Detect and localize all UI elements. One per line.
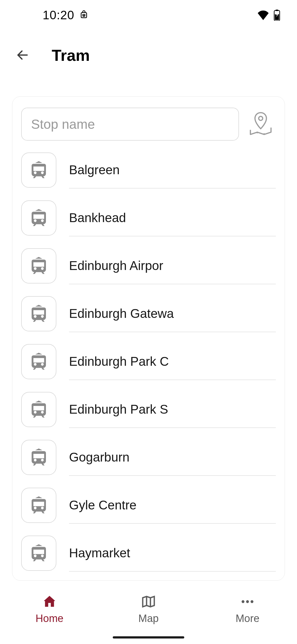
map-icon [141,594,156,610]
tram-icon [21,200,56,236]
stop-name-input[interactable] [31,117,229,132]
stop-item[interactable]: Edinburgh Park S [12,386,285,433]
stops-card: Balgreen Bankhead Edinburgh Airpor [12,96,285,581]
stop-item[interactable]: Gyle Centre [12,481,285,529]
tram-icon [21,392,56,427]
stop-name: Edinburgh Park S [69,402,168,417]
tram-icon [21,488,56,523]
stop-item[interactable]: Edinburgh Park C [12,338,285,386]
nav-more[interactable]: More [198,586,297,644]
search-input-wrap[interactable] [21,108,239,141]
stop-name: Bankhead [69,210,126,225]
tram-icon [21,440,56,475]
nav-label: Home [35,613,63,624]
svg-rect-0 [81,13,87,18]
status-time: 10:20 [43,8,74,22]
svg-point-10 [251,600,253,603]
stop-item[interactable]: Edinburgh Gatewa [12,290,285,338]
bottom-nav: Home Map More [0,586,297,644]
nav-home[interactable]: Home [0,586,99,644]
content: Balgreen Bankhead Edinburgh Airpor [0,80,297,581]
stop-item[interactable]: Edinburgh Airpor [12,242,285,290]
app-bar: Tram [0,30,297,80]
nav-label: Map [138,613,159,624]
tram-icon [21,536,56,571]
back-button[interactable] [10,43,35,67]
more-icon [240,594,255,610]
tram-icon [21,344,56,379]
nav-map[interactable]: Map [99,586,198,644]
svg-point-1 [83,15,84,15]
svg-point-2 [84,15,85,15]
search-row [12,97,285,146]
gesture-bar [113,636,184,638]
status-right [257,10,280,21]
stop-name: Edinburgh Gatewa [69,306,174,321]
wifi-icon [257,10,270,20]
svg-point-7 [259,116,263,121]
stop-name: Edinburgh Park C [69,354,169,369]
stop-item[interactable]: Haymarket [12,529,285,577]
home-icon [42,594,57,610]
svg-point-9 [246,600,249,603]
stop-item[interactable]: Gogarburn [12,433,285,481]
map-locate-button[interactable] [246,109,276,139]
arrow-left-icon [16,48,29,62]
stop-name: Balgreen [69,162,120,177]
map-pin-icon [247,110,274,138]
svg-rect-4 [276,10,278,11]
nav-label: More [236,613,260,624]
tram-icon [21,296,56,331]
stop-list: Balgreen Bankhead Edinburgh Airpor [12,146,285,577]
stop-name: Edinburgh Airpor [69,258,163,273]
status-bar: 10:20 [0,0,297,30]
stop-name: Gogarburn [69,450,130,465]
tram-icon [21,152,56,188]
tram-icon [21,248,56,283]
stop-item[interactable]: Bankhead [12,194,285,242]
svg-point-8 [242,600,244,603]
stop-name: Gyle Centre [69,498,136,512]
stop-item[interactable]: Balgreen [12,146,285,194]
status-left: 10:20 [43,8,89,22]
status-app-icon [79,8,89,22]
stop-name: Haymarket [69,545,130,560]
page-title: Tram [52,46,90,64]
battery-icon [273,10,280,21]
